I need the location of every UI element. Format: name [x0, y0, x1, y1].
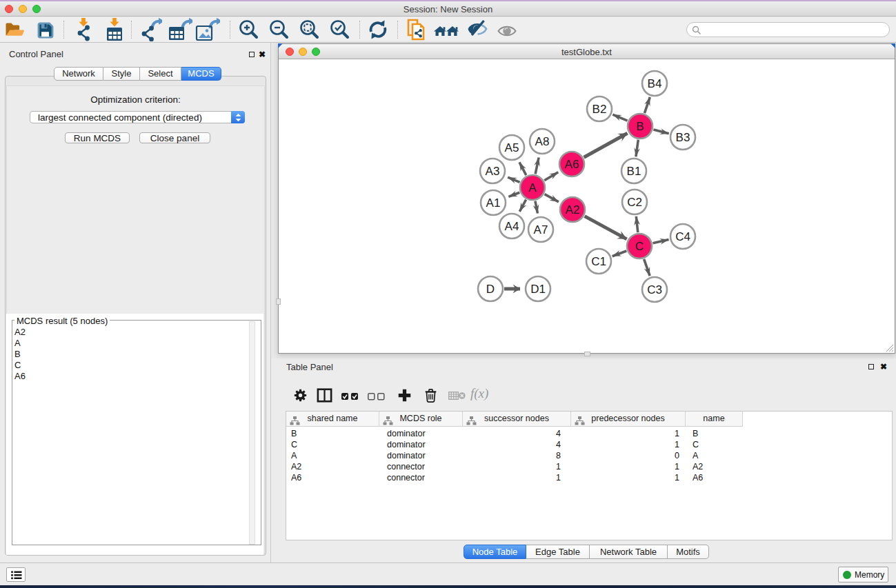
svg-text:C1: C1: [591, 255, 606, 268]
svg-text:A2: A2: [566, 203, 580, 216]
svg-text:B2: B2: [593, 103, 607, 116]
svg-text:A7: A7: [534, 223, 548, 236]
svg-text:D1: D1: [530, 283, 546, 296]
svg-text:B: B: [636, 120, 644, 133]
svg-text:B4: B4: [648, 77, 662, 90]
svg-text:C4: C4: [675, 230, 690, 243]
svg-text:A6: A6: [565, 158, 579, 171]
svg-text:B1: B1: [627, 165, 641, 178]
svg-text:C2: C2: [627, 196, 642, 209]
svg-text:B3: B3: [676, 131, 690, 144]
svg-text:A5: A5: [505, 141, 519, 154]
svg-text:A1: A1: [486, 196, 501, 210]
svg-text:A8: A8: [535, 135, 550, 148]
svg-text:C: C: [635, 240, 644, 253]
svg-text:D: D: [486, 283, 495, 296]
svg-text:C3: C3: [647, 283, 662, 296]
svg-text:A: A: [528, 181, 537, 194]
svg-text:A4: A4: [505, 220, 519, 233]
svg-text:A3: A3: [486, 165, 500, 178]
